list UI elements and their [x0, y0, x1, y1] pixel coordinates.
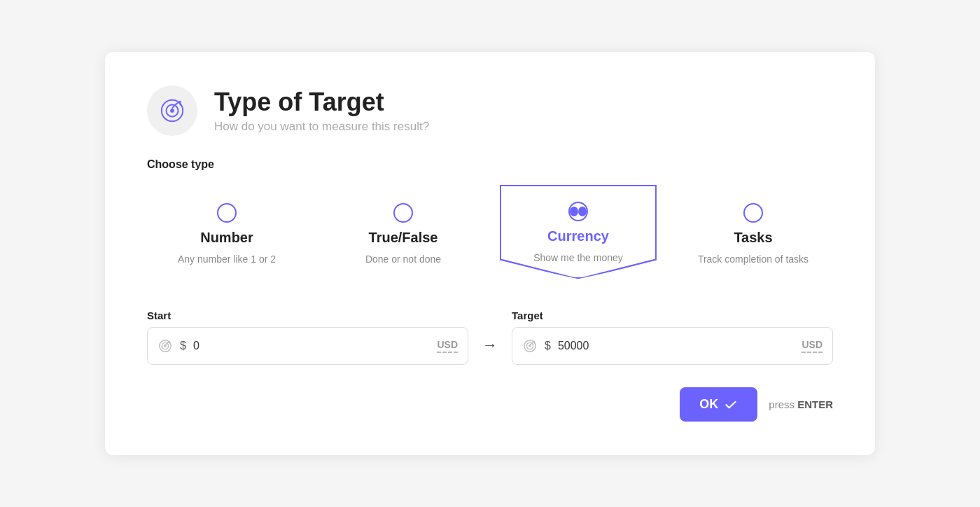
header-icon-wrap — [147, 85, 197, 136]
start-input-group: Start $ USD — [147, 310, 468, 365]
target-input-wrap: $ USD — [512, 327, 833, 365]
option-number[interactable]: Number Any number like 1 or 2 — [147, 185, 307, 282]
ok-button[interactable]: OK — [680, 387, 757, 422]
radio-currency — [568, 202, 588, 221]
ok-button-label: OK — [699, 397, 718, 412]
page-subtitle: How do you want to measure this result? — [214, 120, 429, 134]
option-tasks-title: Tasks — [734, 230, 772, 246]
option-true-false-desc: Done or not done — [365, 253, 441, 267]
press-enter-text: press ENTER — [769, 398, 833, 410]
press-enter-key: ENTER — [797, 398, 833, 410]
press-enter-prefix: press — [769, 398, 797, 410]
target-target-icon — [522, 338, 538, 354]
header: Type of Target How do you want to measur… — [147, 85, 833, 136]
option-number-desc: Any number like 1 or 2 — [178, 253, 276, 267]
choose-type-label: Choose type — [147, 158, 833, 171]
option-tasks[interactable]: Tasks Track completion of tasks — [673, 185, 833, 282]
target-currency[interactable]: USD — [802, 339, 822, 353]
option-true-false[interactable]: True/False Done or not done — [323, 185, 483, 282]
target-value-input[interactable] — [558, 340, 795, 352]
start-target-icon — [158, 338, 173, 354]
start-value-input[interactable] — [193, 340, 430, 352]
page-title: Type of Target — [214, 88, 429, 117]
inputs-row: Start $ USD → Target — [147, 310, 833, 365]
option-number-title: Number — [200, 230, 253, 246]
footer-row: OK press ENTER — [147, 387, 833, 422]
radio-true-false — [393, 203, 413, 223]
target-input-group: Target $ USD — [512, 310, 833, 365]
option-currency[interactable]: Currency Show me the money — [500, 185, 657, 279]
type-options: Number Any number like 1 or 2 True/False… — [147, 185, 833, 282]
start-dollar: $ — [180, 340, 186, 352]
start-currency[interactable]: USD — [437, 339, 458, 353]
option-currency-desc: Show me the money — [533, 251, 623, 265]
start-input-wrap: $ USD — [147, 327, 468, 365]
arrow-right-icon: → — [482, 336, 498, 354]
radio-number — [217, 203, 237, 223]
target-dollar: $ — [545, 340, 551, 352]
option-tasks-desc: Track completion of tasks — [698, 253, 808, 267]
radio-tasks — [743, 203, 763, 223]
option-currency-title: Currency — [547, 228, 609, 244]
main-card: Type of Target How do you want to measur… — [105, 52, 875, 456]
header-text: Type of Target How do you want to measur… — [214, 88, 429, 134]
target-icon — [159, 97, 186, 124]
option-true-false-title: True/False — [369, 230, 438, 246]
target-label: Target — [512, 310, 833, 321]
checkmark-icon — [724, 398, 738, 412]
svg-point-2 — [170, 109, 174, 113]
start-label: Start — [147, 310, 468, 321]
